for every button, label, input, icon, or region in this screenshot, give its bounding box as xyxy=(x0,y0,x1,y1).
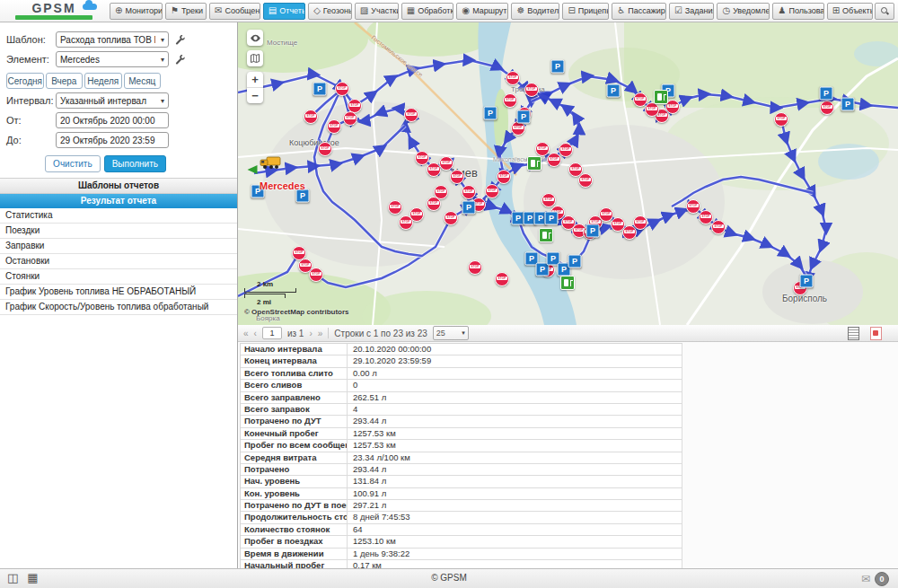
tab-reports[interactable]: ▤Отчеты xyxy=(263,3,305,20)
tab-routes[interactable]: ◉Маршруты xyxy=(456,3,508,20)
tab-geozones[interactable]: ◇Геозоны xyxy=(308,3,352,20)
template-settings-button[interactable] xyxy=(173,33,186,46)
run-button[interactable]: Выполнить xyxy=(104,155,166,172)
section-item[interactable]: Статистика xyxy=(0,208,237,224)
element-select[interactable]: Mercedes ▾ xyxy=(56,51,169,67)
fuel-station-marker[interactable] xyxy=(527,156,541,171)
parking-marker[interactable]: P xyxy=(800,275,814,288)
tab-objects[interactable]: ⊞Объекты xyxy=(827,3,873,20)
tab-processing[interactable]: ▦Обработки xyxy=(401,3,454,20)
stop-marker[interactable]: STOP xyxy=(503,93,517,108)
fuel-station-marker[interactable] xyxy=(560,276,575,290)
templates-header[interactable]: Шаблоны отчетов xyxy=(0,179,237,194)
stop-marker[interactable]: STOP xyxy=(427,197,441,211)
tab-drivers[interactable]: ☸Водители xyxy=(511,3,559,20)
page-size-select[interactable]: 25 ▾ xyxy=(433,326,469,340)
parking-marker[interactable]: P xyxy=(551,60,565,74)
clear-button[interactable]: Очистить xyxy=(45,155,101,172)
fuel-station-marker[interactable] xyxy=(539,228,553,242)
stop-marker[interactable]: STOP xyxy=(304,110,318,124)
stop-marker[interactable]: STOP xyxy=(399,215,413,230)
stop-marker[interactable]: STOP xyxy=(343,111,357,126)
template-select[interactable]: Расхода топлива ТОВ ГРЕЙ... ▾ xyxy=(56,31,169,48)
section-item[interactable]: Поездки xyxy=(0,224,237,239)
parking-marker[interactable]: P xyxy=(517,110,531,124)
stop-marker[interactable]: STOP xyxy=(444,211,458,225)
stop-marker[interactable]: STOP xyxy=(495,272,509,286)
table-row[interactable]: Всего заправок4 xyxy=(241,404,682,416)
table-row[interactable]: Потрачено293.44 л xyxy=(241,464,682,476)
parking-marker[interactable]: P xyxy=(841,98,855,111)
section-item[interactable]: Стоянки xyxy=(0,269,237,285)
search-button[interactable] xyxy=(875,3,894,20)
prev-page-button[interactable]: ‹ xyxy=(254,329,257,338)
zoom-in-button[interactable]: + xyxy=(247,72,263,88)
table-row[interactable]: Количество стоянок64 xyxy=(241,524,682,536)
page-number-input[interactable] xyxy=(262,327,282,339)
table-row[interactable]: Потрачено по ДУТ в поездках297.21 л xyxy=(241,500,682,512)
tab-tasks[interactable]: ☑Задания xyxy=(669,3,715,20)
stop-marker[interactable]: STOP xyxy=(415,151,429,165)
stop-marker[interactable]: STOP xyxy=(578,173,593,188)
stop-marker[interactable]: STOP xyxy=(559,143,573,157)
table-row[interactable]: Время в движении1 день 9:38:22 xyxy=(241,549,682,560)
result-item-selected[interactable]: Результат отчета xyxy=(0,194,237,208)
table-row[interactable]: Середня витрата23.34 л/100 км xyxy=(241,452,682,464)
table-row[interactable]: Всего топлива слито0.00 л xyxy=(241,368,682,380)
parking-marker[interactable]: P xyxy=(484,107,497,120)
vehicle-marker[interactable] xyxy=(260,155,281,173)
stop-marker[interactable]: STOP xyxy=(524,83,539,97)
stop-marker[interactable]: STOP xyxy=(450,170,464,184)
table-row[interactable]: Конец интервала29.10.2020 23:59:59 xyxy=(241,355,682,367)
export-table-icon[interactable] xyxy=(848,327,859,340)
from-date-input[interactable]: 20 Октябрь 2020 00:00 xyxy=(56,112,169,128)
stop-marker[interactable]: STOP xyxy=(645,102,659,117)
zoom-out-button[interactable]: − xyxy=(247,88,263,103)
stop-marker[interactable]: STOP xyxy=(335,82,349,96)
fuel-station-marker[interactable] xyxy=(654,90,668,104)
table-row[interactable]: Продолжительность стоянок8 дней 7:45:53 xyxy=(241,512,682,523)
stop-marker[interactable]: STOP xyxy=(820,101,834,115)
tab-users[interactable]: ♟Пользоват xyxy=(772,3,823,20)
map-canvas[interactable]: МостищеКоцюбинскоеКиевТроещинаМиколаївсь… xyxy=(238,22,898,325)
stop-marker[interactable]: STOP xyxy=(468,260,482,275)
stop-marker[interactable]: STOP xyxy=(497,170,511,184)
section-item[interactable]: Остановки xyxy=(0,254,237,269)
tab-trailers[interactable]: ⊟Прицепы xyxy=(562,3,609,20)
stop-marker[interactable]: STOP xyxy=(633,215,647,230)
range-button[interactable]: Неделя xyxy=(84,73,122,89)
stop-marker[interactable]: STOP xyxy=(439,156,453,171)
layers-button[interactable] xyxy=(247,50,263,66)
parking-marker[interactable]: P xyxy=(545,212,559,225)
stop-marker[interactable]: STOP xyxy=(699,210,713,224)
parking-marker[interactable]: P xyxy=(568,255,582,268)
stop-marker[interactable]: STOP xyxy=(686,199,700,214)
parking-marker[interactable]: P xyxy=(586,224,600,238)
parking-marker[interactable]: P xyxy=(462,201,476,215)
tab-notifications[interactable]: ◷Уведомлен xyxy=(717,3,770,20)
range-button[interactable]: Месяц xyxy=(124,73,162,89)
element-settings-button[interactable] xyxy=(173,53,186,66)
stop-marker[interactable]: STOP xyxy=(462,185,476,199)
stop-marker[interactable]: STOP xyxy=(506,71,520,85)
messages-envelope-icon[interactable]: ✉ xyxy=(861,573,870,585)
stop-marker[interactable]: STOP xyxy=(541,193,556,207)
table-row[interactable]: Потрачено по ДУТ293.44 л xyxy=(241,416,682,427)
parking-marker[interactable]: P xyxy=(313,83,327,96)
tab-areas[interactable]: ▨Участки xyxy=(355,3,399,20)
tab-tracks[interactable]: ⚑Треки xyxy=(165,3,207,20)
stop-marker[interactable]: STOP xyxy=(711,220,726,234)
stop-marker[interactable]: STOP xyxy=(318,142,332,156)
parking-marker[interactable]: P xyxy=(820,87,833,101)
stop-marker[interactable]: STOP xyxy=(388,200,402,215)
table-row[interactable]: Пробег по всем сообщениям1257.53 км xyxy=(241,440,682,452)
table-row[interactable]: Конечный пробег1257.53 км xyxy=(241,428,682,440)
table-row[interactable]: Начало интервала20.10.2020 00:00:00 xyxy=(241,344,682,355)
tab-messages[interactable]: ✉Сообщени xyxy=(209,3,260,20)
range-button[interactable]: Сегодня xyxy=(6,73,44,89)
section-item[interactable]: Заправки xyxy=(0,239,237,254)
gpsm-logo[interactable]: GPSM xyxy=(0,3,108,20)
last-page-button[interactable]: » xyxy=(318,329,323,338)
table-row[interactable]: Кон. уровень100.91 л xyxy=(241,488,682,500)
interval-select[interactable]: Указанный интервал ▾ xyxy=(56,92,169,109)
